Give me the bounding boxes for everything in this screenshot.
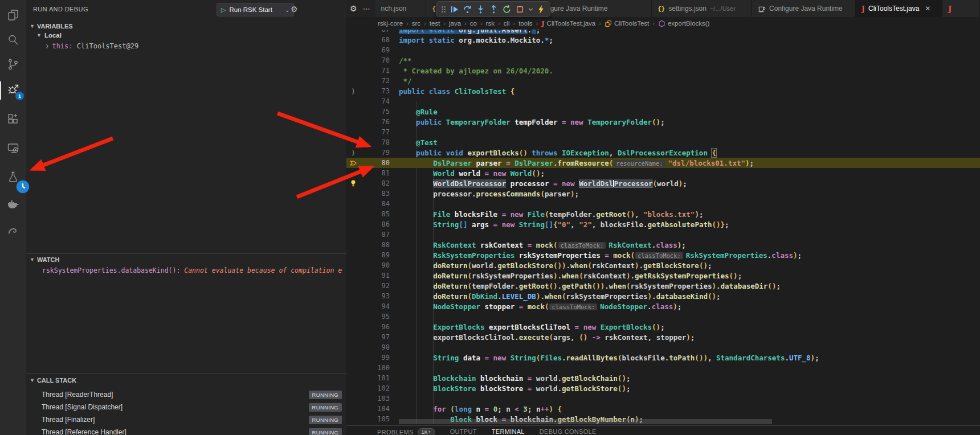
breadcrumb-item-src[interactable]: src: [412, 20, 420, 27]
line-number[interactable]: 89: [360, 251, 390, 259]
gutter[interactable]: [346, 168, 360, 178]
line-number[interactable]: 94: [360, 302, 390, 310]
panel-tab-problems[interactable]: PROBLEMS1K+: [377, 428, 435, 435]
activity-item-search[interactable]: [0, 30, 26, 52]
gutter[interactable]: [346, 342, 360, 352]
breadcrumb-item-cli[interactable]: cli: [504, 20, 510, 27]
line-number[interactable]: 79: [360, 149, 390, 157]
gutter[interactable]: [346, 260, 360, 270]
code-text[interactable]: @Rule: [399, 108, 438, 116]
activity-item-testing[interactable]: [0, 167, 26, 189]
line-number[interactable]: 70: [360, 56, 390, 64]
line-number[interactable]: 81: [360, 169, 390, 177]
gutter[interactable]: [346, 30, 360, 35]
gutter[interactable]: [346, 199, 360, 209]
breadcrumb-item-test[interactable]: test: [430, 20, 440, 27]
call-stack-section-header[interactable]: ▼ CALL STACK: [26, 375, 346, 386]
code-text[interactable]: public class CliToolsTest {: [399, 87, 514, 96]
line-number[interactable]: 100: [360, 364, 390, 372]
line-number[interactable]: 99: [360, 354, 390, 362]
toolbar-grip-handle[interactable]: [439, 2, 448, 16]
breadcrumb-item-tools[interactable]: tools: [518, 20, 532, 27]
variable-this[interactable]: ❯this: CliToolsTest@29: [46, 42, 138, 50]
line-number[interactable]: 76: [360, 118, 390, 126]
gutter[interactable]: [346, 117, 360, 127]
code-text[interactable]: exportBlocksCliTool.execute(args, () -> …: [399, 333, 695, 342]
breadcrumb-item-clitoolstest[interactable]: CliToolsTest: [605, 20, 649, 27]
code-text[interactable]: RskSystemProperties rskSystemProperties …: [399, 251, 802, 260]
code-text[interactable]: doReturn(tempFolder.getRoot().getPath())…: [399, 282, 781, 290]
thread-row[interactable]: Thread [ReaderThread]RUNNING: [26, 388, 346, 401]
gutter[interactable]: [346, 76, 360, 86]
line-number[interactable]: 88: [360, 241, 390, 249]
breadcrumb-item-rsk[interactable]: rsk: [486, 20, 495, 27]
code-text[interactable]: public void exportBlocks() throws IOExce…: [399, 149, 716, 157]
line-number[interactable]: 86: [360, 220, 390, 228]
gutter[interactable]: [346, 106, 360, 117]
line-number[interactable]: 90: [360, 261, 390, 269]
gutter[interactable]: [346, 96, 360, 106]
more-actions-icon[interactable]: ⋯: [363, 5, 371, 13]
restart-button[interactable]: [500, 2, 513, 16]
line-number[interactable]: 84: [360, 200, 390, 208]
gutter[interactable]: [346, 404, 360, 414]
line-number[interactable]: 105: [360, 415, 390, 423]
tab-unlabeled[interactable]: J: [942, 0, 980, 17]
code-text[interactable]: import static org.mockito.Mockito.*;: [399, 36, 553, 44]
breadcrumb-item-rskj-core[interactable]: rskj-core: [378, 20, 403, 27]
line-number[interactable]: 82: [360, 179, 390, 187]
code-text[interactable]: for (long n = 0; n < 3; n++) {: [399, 405, 562, 413]
watch-expression[interactable]: rskSystemProperties.databaseKind(): Cann…: [42, 266, 342, 274]
panel-tab-debug-console[interactable]: DEBUG CONSOLE: [540, 428, 597, 435]
activity-item-run-and-debug[interactable]: 1: [0, 80, 26, 101]
line-number[interactable]: 74: [360, 97, 390, 105]
gutter[interactable]: [346, 250, 360, 260]
code-text[interactable]: BlockStore blockStore = world.getBlockSt…: [399, 384, 630, 393]
tab-nch-json[interactable]: nch.json: [375, 0, 427, 17]
line-number[interactable]: 96: [360, 323, 390, 331]
arrow-gutter-icon[interactable]: [346, 158, 360, 168]
gutter[interactable]: [346, 301, 360, 311]
code-text[interactable]: import static org.junit.Assert.*;: [399, 30, 540, 34]
gear-icon[interactable]: ⚙: [350, 4, 357, 13]
line-number[interactable]: 77: [360, 128, 390, 136]
tab-settings-json[interactable]: {}settings.json~/.../User: [652, 0, 752, 17]
gutter[interactable]: [346, 240, 360, 250]
line-number[interactable]: 80: [360, 159, 390, 167]
gutter[interactable]: [346, 45, 360, 55]
bulb-gutter-icon[interactable]: [346, 178, 360, 188]
watch-section-header[interactable]: ▼ WATCH: [26, 254, 346, 265]
panel-tab-output[interactable]: OUTPUT: [450, 428, 477, 435]
code-text[interactable]: NodeStopper stopper = mock(classToMock:N…: [399, 302, 681, 311]
gutter[interactable]: [346, 414, 360, 424]
code-text[interactable]: @Test: [399, 138, 438, 147]
code-text[interactable]: ExportBlocks exportBlocksCliTool = new E…: [399, 323, 665, 331]
code-text[interactable]: */: [399, 77, 412, 85]
line-number[interactable]: 101: [360, 374, 390, 382]
gutter[interactable]: [346, 281, 360, 291]
activity-item-source-control[interactable]: [0, 55, 26, 76]
paren-gutter-icon[interactable]: ): [346, 86, 360, 96]
thread-row[interactable]: Thread [Reference Handler]RUNNING: [26, 426, 346, 435]
line-number[interactable]: 75: [360, 108, 390, 116]
gutter[interactable]: [346, 209, 360, 219]
gutter[interactable]: [346, 65, 360, 76]
code-text[interactable]: WorldDslProcessor processor = new WorldD…: [399, 179, 687, 188]
thread-row[interactable]: Thread [Finalizer]RUNNING: [26, 413, 346, 426]
line-number[interactable]: 97: [360, 333, 390, 341]
line-number[interactable]: 83: [360, 190, 390, 198]
line-number[interactable]: 92: [360, 282, 390, 290]
line-number[interactable]: 72: [360, 77, 390, 85]
paren-gutter-icon[interactable]: ): [346, 147, 360, 158]
line-number[interactable]: 85: [360, 210, 390, 218]
activity-item-remote-explorer[interactable]: [0, 138, 26, 160]
line-number[interactable]: 104: [360, 405, 390, 413]
line-number[interactable]: 73: [360, 87, 390, 95]
line-number[interactable]: 69: [360, 46, 390, 54]
tab-clitoolstest-java[interactable]: JCliToolsTest.java✕: [856, 0, 942, 17]
code-text[interactable]: DslParser parser = DslParser.fromResourc…: [399, 159, 754, 167]
gutter[interactable]: [346, 127, 360, 137]
code-text[interactable]: doReturn(DbKind.LEVEL_DB).when(rskSystem…: [399, 292, 721, 301]
gutter[interactable]: [346, 363, 360, 373]
gutter[interactable]: [346, 322, 360, 332]
